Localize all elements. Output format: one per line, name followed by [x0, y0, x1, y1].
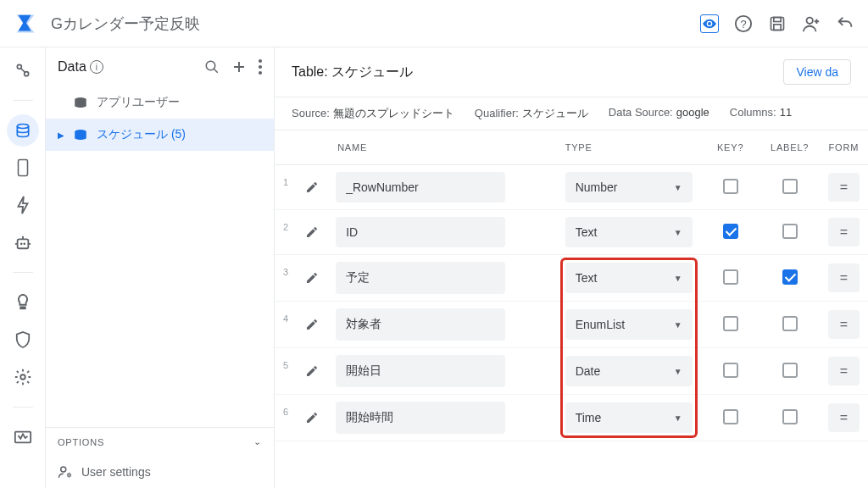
- sidebar-item-app-users[interactable]: アプリユーザー: [46, 86, 274, 119]
- column-type-select[interactable]: Number▼: [565, 172, 693, 202]
- edit-icon[interactable]: [305, 318, 319, 331]
- key-checkbox[interactable]: [723, 269, 738, 285]
- column-type-select[interactable]: Date▼: [565, 356, 693, 386]
- database-icon: [73, 97, 88, 108]
- svg-text:?: ?: [740, 17, 746, 30]
- nav-home-icon[interactable]: [14, 61, 32, 80]
- app-header: Gカレンダー予定反映 ?: [0, 0, 868, 47]
- svg-rect-3: [774, 17, 781, 21]
- undo-icon[interactable]: [836, 14, 854, 33]
- key-checkbox[interactable]: [723, 224, 738, 239]
- view-data-button[interactable]: View da: [783, 59, 851, 85]
- dropdown-arrow-icon: ▼: [674, 183, 682, 192]
- nav-views-icon[interactable]: [14, 158, 32, 177]
- preview-icon[interactable]: [700, 14, 719, 33]
- edit-icon[interactable]: [305, 411, 319, 424]
- user-settings-row[interactable]: User settings: [46, 456, 274, 488]
- data-panel-title: Data i: [58, 59, 192, 75]
- user-settings-icon: [58, 464, 73, 480]
- search-icon[interactable]: [204, 59, 220, 75]
- row-index: 4: [275, 302, 297, 348]
- key-checkbox[interactable]: [723, 316, 738, 331]
- formula-button[interactable]: =: [828, 263, 860, 292]
- table-row: 3予定Text▼=: [275, 255, 868, 302]
- add-icon[interactable]: [231, 59, 247, 75]
- label-checkbox[interactable]: [782, 409, 798, 424]
- column-name-field[interactable]: 開始日: [336, 355, 505, 387]
- col-header-type: TYPE: [557, 130, 701, 165]
- save-icon[interactable]: [768, 14, 787, 33]
- add-user-icon[interactable]: [802, 14, 821, 33]
- nav-data-icon[interactable]: [14, 121, 32, 140]
- key-checkbox[interactable]: [723, 409, 738, 424]
- nav-security-icon[interactable]: [14, 330, 32, 349]
- formula-button[interactable]: =: [828, 310, 860, 339]
- key-checkbox[interactable]: [723, 363, 738, 378]
- sidebar-item-label: アプリユーザー: [97, 95, 180, 110]
- formula-button[interactable]: =: [828, 218, 860, 247]
- svg-point-11: [19, 242, 22, 245]
- formula-button[interactable]: =: [828, 357, 860, 385]
- row-index: 5: [275, 348, 297, 395]
- options-toggle[interactable]: OPTIONS ⌄: [46, 427, 274, 456]
- help-icon[interactable]: ?: [734, 14, 753, 33]
- table-row: 4対象者EnumList▼=: [275, 302, 868, 348]
- label-checkbox[interactable]: [782, 224, 798, 239]
- svg-point-22: [68, 474, 70, 476]
- column-type-select[interactable]: EnumList▼: [565, 309, 693, 340]
- row-index: 6: [275, 395, 297, 441]
- col-header-formula: FORM: [820, 130, 868, 165]
- formula-button[interactable]: =: [828, 403, 860, 432]
- main-panel: Table: スケジュール View da Source:無題のスプレッドシート…: [275, 47, 868, 488]
- data-sidebar: Data i アプリユーザー ▶ スケジュール (5) OPTIONS ⌄ Us…: [46, 47, 275, 488]
- nav-manage-icon[interactable]: [14, 428, 32, 446]
- info-icon[interactable]: i: [90, 60, 103, 74]
- row-index: 1: [275, 165, 297, 210]
- dropdown-arrow-icon: ▼: [674, 413, 682, 423]
- svg-point-18: [259, 71, 262, 75]
- label-checkbox[interactable]: [782, 269, 798, 285]
- svg-point-21: [61, 467, 66, 472]
- sidebar-item-label: スケジュール (5): [97, 127, 186, 142]
- column-name-field[interactable]: _RowNumber: [336, 172, 505, 202]
- app-title: Gカレンダー予定反映: [51, 14, 700, 34]
- nav-intelligence-icon[interactable]: [14, 293, 32, 312]
- formula-button[interactable]: =: [828, 173, 860, 202]
- col-header-label: LABEL?: [760, 130, 820, 165]
- label-checkbox[interactable]: [782, 363, 798, 378]
- svg-point-13: [20, 374, 25, 380]
- column-name-field[interactable]: 予定: [336, 262, 505, 294]
- column-name-field[interactable]: ID: [336, 217, 505, 247]
- sidebar-item-schedule[interactable]: ▶ スケジュール (5): [46, 119, 274, 151]
- row-index: 2: [275, 210, 297, 255]
- edit-icon[interactable]: [305, 271, 319, 285]
- table-row: 5開始日Date▼=: [275, 348, 868, 395]
- column-type-select[interactable]: Text▼: [565, 217, 693, 247]
- svg-rect-10: [17, 239, 28, 248]
- table-row: 6開始時間Time▼=: [275, 395, 868, 441]
- caret-right-icon: ▶: [58, 130, 64, 140]
- more-icon[interactable]: [259, 59, 262, 75]
- svg-point-16: [259, 59, 262, 63]
- table-title: Table: スケジュール: [292, 64, 783, 81]
- label-checkbox[interactable]: [782, 179, 798, 194]
- nav-actions-icon[interactable]: [14, 196, 32, 214]
- nav-settings-icon[interactable]: [14, 368, 32, 386]
- column-name-field[interactable]: 対象者: [336, 308, 505, 341]
- label-checkbox[interactable]: [782, 316, 798, 331]
- column-type-select[interactable]: Text▼: [565, 263, 693, 293]
- appsheet-logo: [14, 12, 37, 36]
- edit-icon[interactable]: [305, 225, 319, 239]
- columns-table: NAME TYPE KEY? LABEL? FORM 1_RowNumberNu…: [275, 130, 868, 441]
- edit-icon[interactable]: [305, 364, 319, 378]
- row-index: 3: [275, 255, 297, 302]
- table-row: 1_RowNumberNumber▼=: [275, 165, 868, 210]
- key-checkbox[interactable]: [723, 179, 738, 194]
- column-name-field[interactable]: 開始時間: [336, 402, 505, 434]
- nav-automation-icon[interactable]: [14, 233, 32, 252]
- svg-rect-9: [18, 160, 27, 176]
- svg-point-8: [17, 125, 28, 129]
- column-type-select[interactable]: Time▼: [565, 402, 693, 433]
- edit-icon[interactable]: [305, 180, 319, 194]
- col-header-key: KEY?: [701, 130, 760, 165]
